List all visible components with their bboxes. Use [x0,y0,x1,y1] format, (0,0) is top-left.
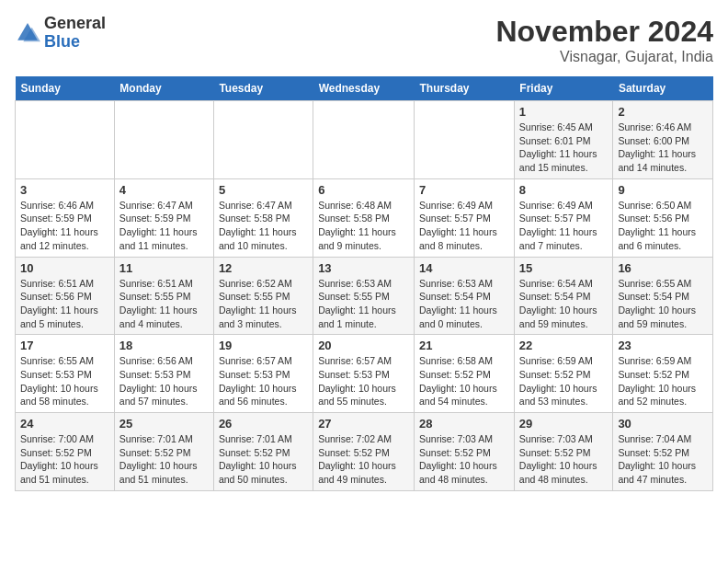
calendar-cell: 28Sunrise: 7:03 AM Sunset: 5:52 PM Dayli… [415,413,515,491]
day-info: Sunrise: 6:46 AM Sunset: 5:59 PM Dayligh… [20,199,109,253]
calendar-cell: 17Sunrise: 6:55 AM Sunset: 5:53 PM Dayli… [16,335,115,413]
day-number: 22 [519,339,609,352]
day-number: 17 [20,339,109,352]
day-number: 15 [519,261,609,275]
day-number: 8 [519,183,609,197]
calendar-cell: 10Sunrise: 6:51 AM Sunset: 5:56 PM Dayli… [16,257,115,335]
calendar-cell: 22Sunrise: 6:59 AM Sunset: 5:52 PM Dayli… [514,335,613,413]
calendar-cell: 30Sunrise: 7:04 AM Sunset: 5:52 PM Dayli… [613,413,713,491]
day-info: Sunrise: 6:51 AM Sunset: 5:56 PM Dayligh… [20,277,109,331]
day-number: 4 [119,183,209,197]
day-number: 28 [419,417,509,431]
day-info: Sunrise: 6:54 AM Sunset: 5:54 PM Dayligh… [519,277,609,331]
weekday-friday: Friday [514,76,613,101]
day-info: Sunrise: 6:59 AM Sunset: 5:52 PM Dayligh… [519,354,609,408]
day-number: 21 [419,339,509,352]
day-number: 5 [219,183,308,197]
day-info: Sunrise: 6:50 AM Sunset: 5:56 PM Dayligh… [618,199,708,253]
day-info: Sunrise: 7:03 AM Sunset: 5:52 PM Dayligh… [519,432,609,487]
day-info: Sunrise: 7:02 AM Sunset: 5:52 PM Dayligh… [318,432,409,487]
logo-text: General Blue [44,15,106,52]
calendar-cell: 25Sunrise: 7:01 AM Sunset: 5:52 PM Dayli… [114,413,213,491]
day-number: 16 [618,261,708,275]
title-block: November 2024 Visnagar, Gujarat, India [495,15,713,65]
day-info: Sunrise: 6:49 AM Sunset: 5:57 PM Dayligh… [419,199,509,253]
day-info: Sunrise: 6:47 AM Sunset: 5:59 PM Dayligh… [119,199,209,253]
calendar-cell: 19Sunrise: 6:57 AM Sunset: 5:53 PM Dayli… [213,335,313,413]
calendar-cell [213,101,313,179]
weekday-saturday: Saturday [613,76,713,101]
day-number: 6 [318,183,409,197]
calendar-cell: 9Sunrise: 6:50 AM Sunset: 5:56 PM Daylig… [613,178,713,257]
day-number: 13 [318,261,409,275]
calendar-cell: 20Sunrise: 6:57 AM Sunset: 5:53 PM Dayli… [313,335,415,413]
day-info: Sunrise: 6:55 AM Sunset: 5:53 PM Dayligh… [20,354,109,408]
calendar-cell: 2Sunrise: 6:46 AM Sunset: 6:00 PM Daylig… [613,101,713,179]
day-info: Sunrise: 6:59 AM Sunset: 5:52 PM Dayligh… [618,354,708,408]
calendar-table: SundayMondayTuesdayWednesdayThursdayFrid… [15,76,713,491]
day-info: Sunrise: 6:56 AM Sunset: 5:53 PM Dayligh… [119,354,209,408]
day-info: Sunrise: 6:58 AM Sunset: 5:52 PM Dayligh… [419,354,509,408]
logo: General Blue [15,15,106,52]
calendar-cell: 11Sunrise: 6:51 AM Sunset: 5:55 PM Dayli… [114,257,213,335]
day-number: 2 [618,105,708,119]
calendar-cell: 23Sunrise: 6:59 AM Sunset: 5:52 PM Dayli… [613,335,713,413]
calendar-cell: 24Sunrise: 7:00 AM Sunset: 5:52 PM Dayli… [16,413,115,491]
calendar-week-2: 3Sunrise: 6:46 AM Sunset: 5:59 PM Daylig… [16,178,713,257]
calendar-cell: 13Sunrise: 6:53 AM Sunset: 5:55 PM Dayli… [313,257,415,335]
day-number: 1 [519,105,609,119]
day-number: 11 [119,261,209,275]
day-info: Sunrise: 6:53 AM Sunset: 5:54 PM Dayligh… [419,277,509,331]
day-number: 26 [219,417,308,431]
calendar-cell [114,101,213,179]
calendar-cell: 12Sunrise: 6:52 AM Sunset: 5:55 PM Dayli… [213,257,313,335]
calendar-cell [313,101,415,179]
logo-general: General [44,14,106,32]
day-info: Sunrise: 7:01 AM Sunset: 5:52 PM Dayligh… [119,432,209,487]
logo-blue: Blue [44,32,80,51]
day-number: 27 [318,417,409,431]
day-info: Sunrise: 6:46 AM Sunset: 6:00 PM Dayligh… [618,121,708,175]
calendar-cell: 16Sunrise: 6:55 AM Sunset: 5:54 PM Dayli… [613,257,713,335]
calendar-cell: 3Sunrise: 6:46 AM Sunset: 5:59 PM Daylig… [16,178,115,257]
calendar-cell: 15Sunrise: 6:54 AM Sunset: 5:54 PM Dayli… [514,257,613,335]
day-info: Sunrise: 6:55 AM Sunset: 5:54 PM Dayligh… [618,277,708,331]
calendar-cell: 4Sunrise: 6:47 AM Sunset: 5:59 PM Daylig… [114,178,213,257]
day-number: 25 [119,417,209,431]
day-info: Sunrise: 6:47 AM Sunset: 5:58 PM Dayligh… [219,199,308,253]
weekday-tuesday: Tuesday [213,76,313,101]
day-info: Sunrise: 6:57 AM Sunset: 5:53 PM Dayligh… [318,354,409,408]
calendar-cell: 26Sunrise: 7:01 AM Sunset: 5:52 PM Dayli… [213,413,313,491]
day-number: 9 [618,183,708,197]
day-info: Sunrise: 6:52 AM Sunset: 5:55 PM Dayligh… [219,277,308,331]
day-info: Sunrise: 6:49 AM Sunset: 5:57 PM Dayligh… [519,199,609,253]
day-number: 14 [419,261,509,275]
day-info: Sunrise: 6:51 AM Sunset: 5:55 PM Dayligh… [119,277,209,331]
calendar-cell: 21Sunrise: 6:58 AM Sunset: 5:52 PM Dayli… [415,335,515,413]
calendar-cell: 29Sunrise: 7:03 AM Sunset: 5:52 PM Dayli… [514,413,613,491]
calendar-cell: 7Sunrise: 6:49 AM Sunset: 5:57 PM Daylig… [415,178,515,257]
day-number: 24 [20,417,109,431]
calendar-week-1: 1Sunrise: 6:45 AM Sunset: 6:01 PM Daylig… [16,101,713,179]
calendar-cell: 27Sunrise: 7:02 AM Sunset: 5:52 PM Dayli… [313,413,415,491]
calendar-cell: 5Sunrise: 6:47 AM Sunset: 5:58 PM Daylig… [213,178,313,257]
day-number: 29 [519,417,609,431]
weekday-header-row: SundayMondayTuesdayWednesdayThursdayFrid… [16,76,713,101]
month-title: November 2024 [495,15,713,49]
calendar-cell [415,101,515,179]
day-info: Sunrise: 6:57 AM Sunset: 5:53 PM Dayligh… [219,354,308,408]
day-info: Sunrise: 7:01 AM Sunset: 5:52 PM Dayligh… [219,432,308,487]
weekday-thursday: Thursday [415,76,515,101]
page-header: General Blue November 2024 Visnagar, Guj… [15,15,713,65]
weekday-monday: Monday [114,76,213,101]
day-info: Sunrise: 7:03 AM Sunset: 5:52 PM Dayligh… [419,432,509,487]
calendar-week-4: 17Sunrise: 6:55 AM Sunset: 5:53 PM Dayli… [16,335,713,413]
day-info: Sunrise: 6:45 AM Sunset: 6:01 PM Dayligh… [519,121,609,175]
weekday-wednesday: Wednesday [313,76,415,101]
weekday-sunday: Sunday [16,76,115,101]
day-info: Sunrise: 7:00 AM Sunset: 5:52 PM Dayligh… [20,432,109,487]
day-info: Sunrise: 7:04 AM Sunset: 5:52 PM Dayligh… [618,432,708,487]
day-number: 7 [419,183,509,197]
day-number: 19 [219,339,308,352]
calendar-cell: 14Sunrise: 6:53 AM Sunset: 5:54 PM Dayli… [415,257,515,335]
